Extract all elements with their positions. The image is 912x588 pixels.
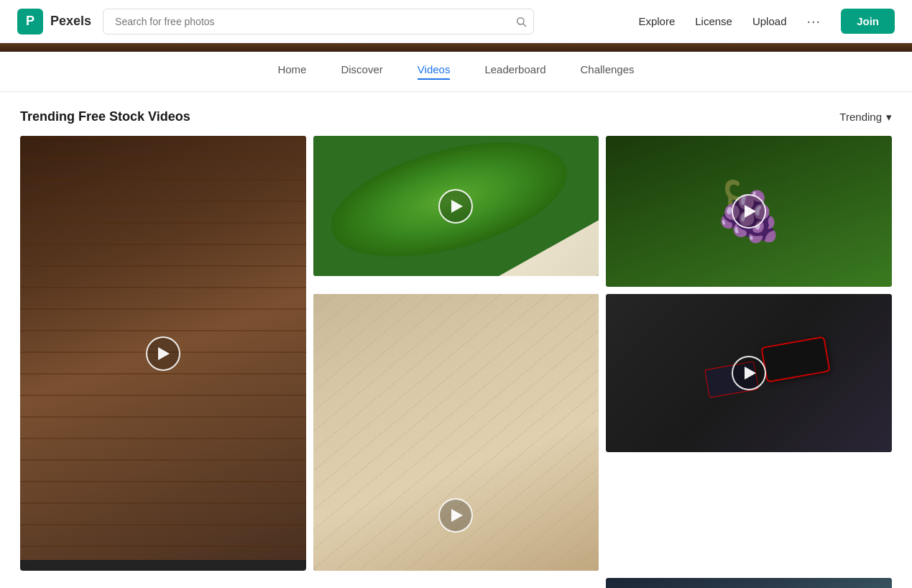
play-button[interactable] [732,356,766,390]
video-card-grapes[interactable] [606,136,892,287]
upload-link[interactable]: Upload [752,15,787,27]
header-nav: Explore License Upload ··· Join [638,9,895,34]
license-link[interactable]: License [695,15,732,27]
logo[interactable]: P Pexels [17,9,91,35]
tab-videos[interactable]: Videos [418,63,451,80]
main-content: Trending Free Stock Videos Trending ▾ [0,92,912,588]
play-button[interactable] [146,336,180,371]
video-card-fabric[interactable] [313,294,599,571]
play-icon [745,205,756,218]
play-button[interactable] [438,189,473,224]
video-card-aerial-field[interactable] [313,136,599,276]
search-bar [103,9,534,35]
play-button[interactable] [438,498,473,533]
svg-line-1 [523,24,526,27]
hero-banner [0,43,912,52]
sub-nav: Home Discover Videos Leaderboard Challen… [0,52,912,92]
video-card-cat[interactable] [20,136,306,571]
search-button[interactable] [515,16,527,27]
section-header: Trending Free Stock Videos Trending ▾ [20,109,892,124]
section-title: Trending Free Stock Videos [20,109,190,124]
video-card-phone[interactable] [606,294,892,452]
trending-dropdown[interactable]: Trending ▾ [839,111,892,124]
play-icon [451,200,463,213]
video-card-aerial-water[interactable] [606,578,892,588]
search-input[interactable] [103,9,534,35]
tab-challenges[interactable]: Challenges [580,63,634,80]
play-icon [745,367,756,380]
join-button[interactable]: Join [841,9,895,34]
logo-icon: P [17,9,43,35]
tab-leaderboard[interactable]: Leaderboard [484,63,545,80]
tab-home[interactable]: Home [277,63,306,80]
brand-name: Pexels [50,14,91,29]
play-icon [451,509,463,522]
tab-discover[interactable]: Discover [341,63,382,80]
explore-link[interactable]: Explore [638,15,675,27]
play-icon [158,347,170,360]
more-button[interactable]: ··· [806,13,821,29]
play-button[interactable] [732,194,766,229]
video-grid [20,136,892,588]
